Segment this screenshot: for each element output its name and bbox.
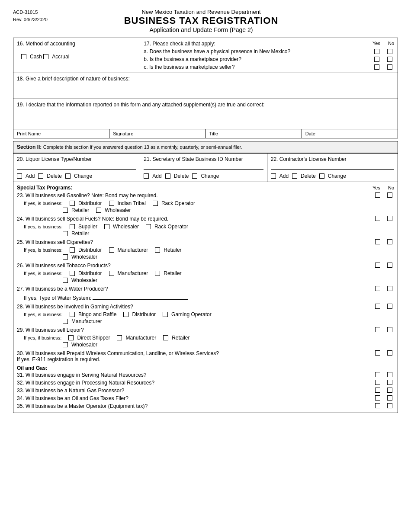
form-info: ACD-31015 Rev. 04/23/2020 — [13, 9, 48, 23]
header-center: New Mexico Taxation and Revenue Departme… — [48, 9, 355, 33]
q26-yes[interactable] — [375, 263, 380, 268]
q28-yes[interactable] — [375, 304, 380, 309]
form-number: ACD-31015 — [13, 9, 48, 16]
section17-label: 17. Please check all that apply: — [144, 41, 215, 47]
q29-row: 29. Will business sell Liquor? — [17, 326, 394, 334]
q28-distributor: Distributor — [123, 311, 156, 317]
q29-direct-shipper: Direct Shipper — [68, 335, 110, 341]
q22-change: Change — [319, 173, 346, 179]
q24-options: If yes, is business: Supplier Wholesaler… — [24, 224, 394, 237]
q31-text: 31. Will business engage in Serving Natu… — [17, 372, 372, 378]
q20-delete: Delete — [38, 173, 62, 179]
q25-yes[interactable] — [375, 239, 380, 244]
oil-gas-header: Oil and Gas: — [17, 365, 48, 371]
q33-row: 33. Will business be a Natural Gas Proce… — [17, 387, 394, 394]
q35-row: 35. Will business be a Master Operator (… — [17, 402, 394, 410]
q26-wholesaler: Wholesaler — [63, 277, 97, 283]
q35-yes[interactable] — [375, 403, 380, 408]
q34-no[interactable] — [387, 395, 392, 401]
title-label: Title — [209, 131, 218, 136]
q21-delete: Delete — [165, 173, 189, 179]
q30-yes[interactable] — [375, 350, 380, 356]
q23-no[interactable] — [387, 192, 392, 198]
q17b-yes[interactable] — [374, 57, 379, 62]
q20-change: Change — [65, 173, 92, 179]
q23-distributor: Distributor — [70, 200, 102, 206]
q28-options: If yes, is business: Bingo and Raffle Di… — [24, 311, 394, 324]
q26-no[interactable] — [387, 263, 392, 268]
q21-cell: 21. Secretary of State Business ID Numbe… — [140, 154, 267, 182]
q25-distributor: Distributor — [70, 247, 102, 253]
q27-water-type: If yes, Type of Water System: — [24, 295, 188, 301]
q20-options: Add Delete Change — [17, 173, 136, 179]
q35-text: 35. Will business be a Master Operator (… — [17, 403, 372, 409]
no-header: No — [388, 41, 394, 46]
section17-cell: 17. Please check all that apply: Yes No … — [140, 38, 398, 73]
revision-date: Rev. 04/23/2020 — [13, 16, 48, 23]
q29-no[interactable] — [387, 327, 392, 332]
q24-no[interactable] — [387, 216, 392, 221]
q32-no[interactable] — [387, 380, 392, 385]
section18-label: 18. Give a brief description of nature o… — [17, 76, 130, 82]
q29-yes[interactable] — [375, 327, 380, 332]
accrual-checkbox[interactable] — [43, 54, 48, 59]
q22-label: 22. Contractor's License Number — [271, 156, 394, 162]
q24-wholesaler: Wholesaler — [104, 224, 139, 230]
q24-retailer: Retailer — [63, 231, 89, 237]
section16-cell: 16. Method of accounting Cash Accrual — [13, 38, 140, 73]
q25-retailer: Retailer — [155, 247, 181, 253]
q25-wholesaler: Wholesaler — [63, 254, 97, 260]
accrual-label: Accrual — [52, 54, 69, 60]
section2-title: Section II: — [17, 144, 42, 150]
section2-fields-table: 20. Liquor License Type/Number Add Delet… — [13, 153, 398, 182]
q35-no[interactable] — [387, 403, 392, 408]
section18-cell: 18. Give a brief description of nature o… — [13, 73, 398, 99]
cash-checkbox[interactable] — [21, 54, 26, 59]
q26-retailer: Retailer — [155, 270, 181, 276]
q34-yes[interactable] — [375, 395, 380, 401]
q23-rack-operator: Rack Operator — [153, 200, 195, 206]
q17a-row: a. Does the business have a physical pre… — [144, 48, 394, 54]
q17c-yes[interactable] — [374, 64, 379, 70]
q17b-no[interactable] — [387, 57, 392, 62]
q26-text: 26. Will business sell Tobacco Products? — [17, 263, 372, 269]
q27-water-field[interactable] — [93, 294, 188, 300]
q31-yes[interactable] — [375, 372, 380, 377]
q32-yes[interactable] — [375, 380, 380, 385]
q28-no[interactable] — [387, 304, 392, 309]
accrual-option: Accrual — [43, 54, 69, 60]
q24-row: 24. Will business sell Special Fuels? No… — [17, 215, 394, 223]
q30-no[interactable] — [387, 350, 392, 356]
signature-row: Print Name Signature Title Date — [13, 129, 398, 138]
q24-text: 24. Will business sell Special Fuels? No… — [17, 216, 372, 222]
q24-yes[interactable] — [375, 216, 380, 221]
form-title: BUSINESS TAX REGISTRATION — [48, 15, 355, 26]
q31-row: 31. Will business engage in Serving Natu… — [17, 371, 394, 379]
q25-options: If yes, is business: Distributor Manufac… — [24, 247, 394, 260]
q27-yes[interactable] — [375, 286, 380, 291]
q23-row: 23. Will business sell Gasoline? Note: B… — [17, 192, 394, 199]
q33-no[interactable] — [387, 388, 392, 393]
q27-text: 27. Will business be a Water Producer? — [17, 286, 372, 292]
section2-header: Section II: Complete this section if you… — [13, 141, 398, 153]
q20-add: Add — [17, 173, 35, 179]
q23-yes[interactable] — [375, 192, 380, 198]
q17c-text: c. Is the business a marketplace seller? — [144, 64, 234, 70]
section16-label: 16. Method of accounting — [17, 41, 136, 47]
q23-options: If yes, is business: Distributor Indian … — [24, 200, 394, 213]
q26-options: If yes, is business: Distributor Manufac… — [24, 270, 394, 283]
q27-no[interactable] — [387, 286, 392, 291]
q17a-no[interactable] — [387, 49, 392, 54]
q31-no[interactable] — [387, 372, 392, 377]
q17a-yes[interactable] — [374, 49, 379, 54]
oil-gas-section: Oil and Gas: — [17, 365, 394, 371]
q26-distributor: Distributor — [70, 270, 102, 276]
q33-yes[interactable] — [375, 388, 380, 393]
q17c-no[interactable] — [387, 64, 392, 70]
q23-text: 23. Will business sell Gasoline? Note: B… — [17, 192, 372, 199]
q25-no[interactable] — [387, 239, 392, 244]
q21-change: Change — [192, 173, 219, 179]
q25-row: 25. Will business sell Cigarettes? — [17, 238, 394, 246]
yes-header: Yes — [372, 41, 380, 46]
print-name-label: Print Name — [17, 131, 41, 136]
